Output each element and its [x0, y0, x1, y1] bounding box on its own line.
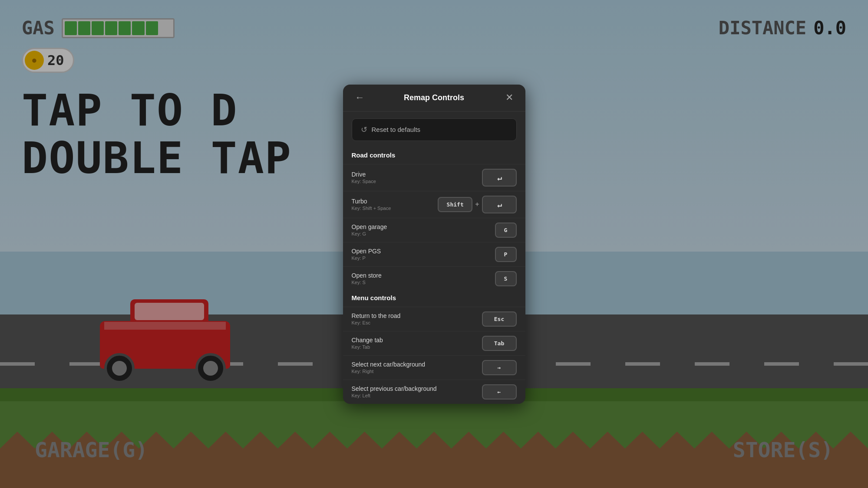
control-name-select-prev: Select previous car/background — [352, 385, 437, 392]
control-name-return-road: Return to the road — [352, 312, 401, 319]
control-key-hint-open-pgs: Key: P — [352, 255, 381, 261]
control-row-select-prev: Select previous car/backgroundKey: Left← — [343, 380, 525, 404]
control-row-open-garage: Open garageKey: GG — [343, 218, 525, 242]
control-row-change-tab: Change tabKey: TabTab — [343, 331, 525, 355]
close-button[interactable]: ✕ — [502, 91, 517, 104]
key-button-drive-↵[interactable]: ↵ — [482, 169, 517, 187]
control-key-hint-open-store: Key: S — [352, 280, 382, 285]
control-key-hint-return-road: Key: Esc — [352, 320, 401, 325]
back-button[interactable]: ← — [352, 90, 368, 105]
control-name-change-tab: Change tab — [352, 337, 383, 344]
control-name-open-garage: Open garage — [352, 223, 387, 230]
key-button-open-pgs-P[interactable]: P — [495, 247, 517, 262]
control-key-hint-change-tab: Key: Tab — [352, 344, 383, 350]
modal-header: ← Remap Controls ✕ — [343, 85, 525, 111]
control-key-hint-open-garage: Key: G — [352, 231, 387, 236]
control-row-open-pgs: Open PGSKey: PP — [343, 242, 525, 266]
control-name-drive: Drive — [352, 171, 376, 178]
plus-sign-turbo: + — [475, 200, 479, 208]
control-key-hint-drive: Key: Space — [352, 179, 376, 184]
key-button-change-tab-Tab[interactable]: Tab — [482, 336, 517, 351]
control-name-select-next: Select next car/background — [352, 361, 426, 368]
control-name-open-store: Open store — [352, 272, 382, 279]
controls-sections: Road controlsDriveKey: Space↵TurboKey: S… — [343, 148, 525, 404]
control-key-hint-select-prev: Key: Left — [352, 393, 437, 398]
control-name-open-pgs: Open PGS — [352, 248, 381, 255]
control-row-select-next: Select next car/backgroundKey: Right→ — [343, 355, 525, 380]
key-button-turbo-↵[interactable]: ↵ — [482, 196, 517, 213]
control-name-turbo: Turbo — [352, 198, 391, 205]
key-button-open-store-S[interactable]: S — [495, 271, 517, 286]
control-row-drive: DriveKey: Space↵ — [343, 164, 525, 191]
reset-defaults-button[interactable]: ↺ Reset to defaults — [352, 118, 517, 141]
control-row-turbo: TurboKey: Shift + SpaceShift+↵ — [343, 191, 525, 218]
section-heading-menu: Menu controls — [343, 291, 525, 307]
modal-title: Remap Controls — [404, 93, 464, 102]
control-key-hint-turbo: Key: Shift + Space — [352, 206, 391, 211]
reset-label: Reset to defaults — [372, 126, 421, 133]
key-button-select-next-→[interactable]: → — [482, 360, 517, 375]
key-button-select-prev-←[interactable]: ← — [482, 384, 517, 400]
control-row-return-road: Return to the roadKey: EscEsc — [343, 307, 525, 331]
modal-overlay: ← Remap Controls ✕ ↺ Reset to defaults R… — [0, 0, 868, 488]
key-button-open-garage-G[interactable]: G — [495, 223, 517, 238]
key-button-turbo-Shift[interactable]: Shift — [438, 197, 472, 212]
control-key-hint-select-next: Key: Right — [352, 369, 426, 374]
reset-icon: ↺ — [361, 125, 367, 134]
section-heading-road: Road controls — [343, 148, 525, 164]
key-button-return-road-Esc[interactable]: Esc — [482, 311, 517, 327]
remap-controls-modal: ← Remap Controls ✕ ↺ Reset to defaults R… — [343, 85, 525, 404]
control-row-open-store: Open storeKey: SS — [343, 266, 525, 291]
